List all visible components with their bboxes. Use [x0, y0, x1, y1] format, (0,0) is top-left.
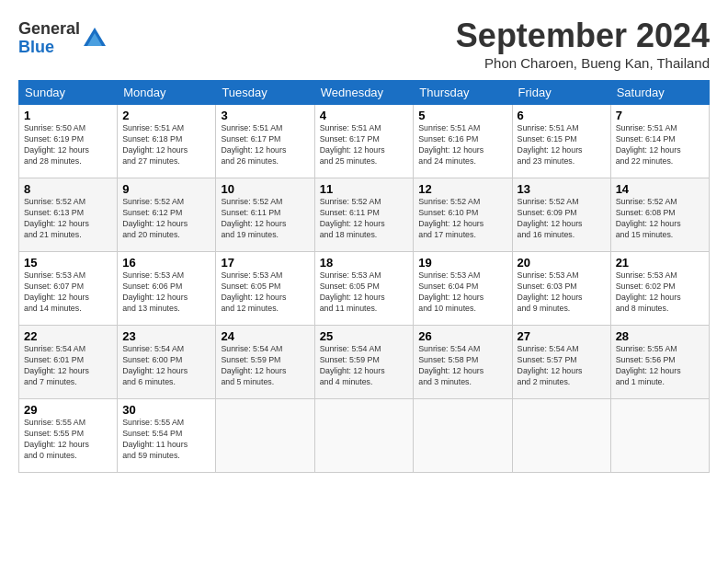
calendar-table: SundayMondayTuesdayWednesdayThursdayFrid…: [18, 80, 710, 473]
title-area: September 2024 Phon Charoen, Bueng Kan, …: [456, 17, 710, 71]
calendar-cell: 1Sunrise: 5:50 AM Sunset: 6:19 PM Daylig…: [19, 105, 118, 178]
calendar-cell: 22Sunrise: 5:54 AM Sunset: 6:01 PM Dayli…: [19, 326, 118, 399]
calendar-cell: 8Sunrise: 5:52 AM Sunset: 6:13 PM Daylig…: [19, 178, 118, 252]
day-number: 10: [221, 182, 309, 196]
month-title: September 2024: [456, 17, 710, 55]
day-info: Sunrise: 5:53 AM Sunset: 6:02 PM Dayligh…: [616, 270, 704, 315]
day-number: 11: [320, 182, 409, 196]
day-info: Sunrise: 5:55 AM Sunset: 5:55 PM Dayligh…: [24, 418, 112, 462]
calendar-cell: 20Sunrise: 5:53 AM Sunset: 6:03 PM Dayli…: [512, 252, 610, 326]
calendar-cell: 5Sunrise: 5:51 AM Sunset: 6:16 PM Daylig…: [414, 105, 512, 178]
calendar-col-thursday: Thursday: [414, 81, 512, 105]
calendar-cell: 19Sunrise: 5:53 AM Sunset: 6:04 PM Dayli…: [414, 252, 512, 326]
day-info: Sunrise: 5:55 AM Sunset: 5:54 PM Dayligh…: [122, 418, 210, 462]
day-number: 17: [221, 256, 309, 270]
calendar-col-saturday: Saturday: [610, 81, 709, 105]
day-number: 8: [24, 182, 112, 196]
calendar-cell: 18Sunrise: 5:53 AM Sunset: 6:05 PM Dayli…: [314, 252, 414, 326]
calendar-cell: 11Sunrise: 5:52 AM Sunset: 6:11 PM Dayli…: [314, 178, 414, 252]
calendar-col-wednesday: Wednesday: [314, 81, 414, 105]
day-number: 12: [418, 182, 506, 196]
calendar-week-1: 1Sunrise: 5:50 AM Sunset: 6:19 PM Daylig…: [19, 105, 710, 178]
calendar-col-tuesday: Tuesday: [216, 81, 314, 105]
day-number: 29: [24, 403, 112, 417]
day-number: 7: [616, 109, 704, 122]
calendar-week-2: 8Sunrise: 5:52 AM Sunset: 6:13 PM Daylig…: [19, 178, 710, 252]
calendar-cell: 16Sunrise: 5:53 AM Sunset: 6:06 PM Dayli…: [118, 252, 216, 326]
day-number: 20: [518, 256, 606, 270]
header: General Blue September 2024 Phon Charoen…: [18, 17, 710, 71]
day-info: Sunrise: 5:51 AM Sunset: 6:17 PM Dayligh…: [221, 123, 309, 167]
calendar-cell: 30Sunrise: 5:55 AM Sunset: 5:54 PM Dayli…: [118, 399, 216, 473]
calendar-cell: 15Sunrise: 5:53 AM Sunset: 6:07 PM Dayli…: [19, 252, 118, 326]
page: General Blue September 2024 Phon Charoen…: [0, 0, 728, 482]
calendar-cell: 6Sunrise: 5:51 AM Sunset: 6:15 PM Daylig…: [512, 105, 610, 178]
calendar-cell: [512, 399, 610, 473]
calendar-cell: 12Sunrise: 5:52 AM Sunset: 6:10 PM Dayli…: [414, 178, 512, 252]
day-number: 30: [122, 403, 210, 417]
day-info: Sunrise: 5:51 AM Sunset: 6:14 PM Dayligh…: [616, 123, 704, 167]
day-info: Sunrise: 5:52 AM Sunset: 6:08 PM Dayligh…: [616, 197, 704, 241]
calendar-cell: 2Sunrise: 5:51 AM Sunset: 6:18 PM Daylig…: [118, 105, 216, 178]
day-number: 9: [122, 182, 210, 196]
day-number: 24: [221, 329, 309, 343]
day-number: 13: [518, 182, 606, 196]
day-info: Sunrise: 5:54 AM Sunset: 6:00 PM Dayligh…: [122, 344, 210, 388]
day-number: 16: [122, 256, 210, 270]
day-info: Sunrise: 5:51 AM Sunset: 6:18 PM Dayligh…: [122, 123, 210, 167]
logo-icon: [82, 26, 108, 52]
day-number: 14: [616, 182, 704, 196]
calendar-cell: 23Sunrise: 5:54 AM Sunset: 6:00 PM Dayli…: [118, 326, 216, 399]
day-number: 28: [616, 329, 704, 343]
calendar-cell: 25Sunrise: 5:54 AM Sunset: 5:59 PM Dayli…: [314, 326, 414, 399]
day-info: Sunrise: 5:54 AM Sunset: 5:59 PM Dayligh…: [221, 344, 309, 388]
calendar-header-row: SundayMondayTuesdayWednesdayThursdayFrid…: [19, 81, 710, 105]
day-info: Sunrise: 5:52 AM Sunset: 6:11 PM Dayligh…: [221, 197, 309, 241]
day-number: 19: [418, 256, 506, 270]
day-info: Sunrise: 5:51 AM Sunset: 6:16 PM Dayligh…: [418, 123, 506, 167]
day-info: Sunrise: 5:54 AM Sunset: 5:58 PM Dayligh…: [418, 344, 506, 388]
day-info: Sunrise: 5:52 AM Sunset: 6:11 PM Dayligh…: [320, 197, 409, 241]
calendar-col-monday: Monday: [118, 81, 216, 105]
logo: General Blue: [18, 20, 108, 57]
day-number: 23: [122, 329, 210, 343]
calendar-cell: 26Sunrise: 5:54 AM Sunset: 5:58 PM Dayli…: [414, 326, 512, 399]
day-info: Sunrise: 5:53 AM Sunset: 6:04 PM Dayligh…: [418, 270, 506, 315]
day-number: 3: [221, 109, 309, 122]
calendar-cell: [610, 399, 709, 473]
day-number: 18: [320, 256, 409, 270]
day-info: Sunrise: 5:53 AM Sunset: 6:07 PM Dayligh…: [24, 270, 112, 315]
day-info: Sunrise: 5:51 AM Sunset: 6:17 PM Dayligh…: [320, 123, 409, 167]
day-number: 21: [616, 256, 704, 270]
calendar-week-5: 29Sunrise: 5:55 AM Sunset: 5:55 PM Dayli…: [19, 399, 710, 473]
calendar-cell: 28Sunrise: 5:55 AM Sunset: 5:56 PM Dayli…: [610, 326, 709, 399]
calendar-cell: [414, 399, 512, 473]
calendar-week-3: 15Sunrise: 5:53 AM Sunset: 6:07 PM Dayli…: [19, 252, 710, 326]
day-info: Sunrise: 5:54 AM Sunset: 6:01 PM Dayligh…: [24, 344, 112, 388]
day-info: Sunrise: 5:51 AM Sunset: 6:15 PM Dayligh…: [518, 123, 606, 167]
day-number: 1: [24, 109, 112, 122]
day-info: Sunrise: 5:53 AM Sunset: 6:05 PM Dayligh…: [320, 270, 409, 315]
day-info: Sunrise: 5:52 AM Sunset: 6:10 PM Dayligh…: [418, 197, 506, 241]
calendar-cell: 4Sunrise: 5:51 AM Sunset: 6:17 PM Daylig…: [314, 105, 414, 178]
day-number: 6: [518, 109, 606, 122]
calendar-cell: 13Sunrise: 5:52 AM Sunset: 6:09 PM Dayli…: [512, 178, 610, 252]
logo-blue-text: Blue: [18, 39, 80, 57]
day-info: Sunrise: 5:50 AM Sunset: 6:19 PM Dayligh…: [24, 123, 112, 167]
calendar-cell: 3Sunrise: 5:51 AM Sunset: 6:17 PM Daylig…: [216, 105, 314, 178]
calendar-col-friday: Friday: [512, 81, 610, 105]
calendar-cell: 14Sunrise: 5:52 AM Sunset: 6:08 PM Dayli…: [610, 178, 709, 252]
location: Phon Charoen, Bueng Kan, Thailand: [456, 55, 710, 71]
calendar-cell: 10Sunrise: 5:52 AM Sunset: 6:11 PM Dayli…: [216, 178, 314, 252]
day-number: 26: [418, 329, 506, 343]
day-info: Sunrise: 5:52 AM Sunset: 6:12 PM Dayligh…: [122, 197, 210, 241]
calendar-cell: 9Sunrise: 5:52 AM Sunset: 6:12 PM Daylig…: [118, 178, 216, 252]
day-number: 4: [320, 109, 409, 122]
day-info: Sunrise: 5:54 AM Sunset: 5:57 PM Dayligh…: [518, 344, 606, 388]
day-info: Sunrise: 5:53 AM Sunset: 6:06 PM Dayligh…: [122, 270, 210, 315]
logo-general-text: General: [18, 20, 80, 39]
calendar-cell: [314, 399, 414, 473]
calendar-week-4: 22Sunrise: 5:54 AM Sunset: 6:01 PM Dayli…: [19, 326, 710, 399]
day-info: Sunrise: 5:55 AM Sunset: 5:56 PM Dayligh…: [616, 344, 704, 388]
calendar-cell: 27Sunrise: 5:54 AM Sunset: 5:57 PM Dayli…: [512, 326, 610, 399]
